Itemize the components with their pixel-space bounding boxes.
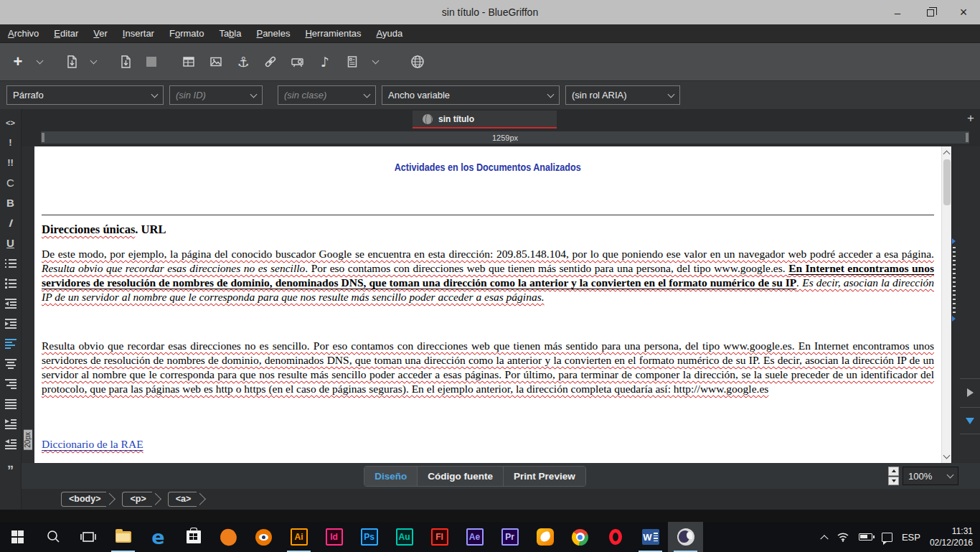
insert-table-button[interactable]: [181, 52, 197, 71]
menu-ver[interactable]: Ver: [93, 28, 108, 39]
paragraph-2[interactable]: Resulta obvio que recordar esas direccio…: [42, 339, 934, 396]
zoom-select[interactable]: 100%: [903, 467, 958, 485]
language-indicator[interactable]: ESP: [902, 532, 920, 543]
rae-dictionary-link[interactable]: Diccionario de la RAE: [42, 438, 143, 450]
edge-button[interactable]: e: [141, 522, 176, 552]
vertical-ruler[interactable]: 20px: [22, 146, 34, 463]
tab-codigo-fuente[interactable]: Código fuente: [418, 467, 504, 486]
browser-preview-button[interactable]: [410, 52, 425, 71]
direction-ltr-button[interactable]: [2, 416, 19, 431]
bluegriffon-taskbar-button[interactable]: [668, 522, 703, 552]
minimize-button[interactable]: –: [881, 0, 914, 24]
tab-print-preview[interactable]: Print Preview: [504, 467, 585, 486]
word-button[interactable]: W: [633, 522, 668, 552]
strong-emphasis-button[interactable]: !!: [2, 155, 19, 170]
menu-herramientas[interactable]: Herramientas: [305, 28, 361, 39]
indent-button[interactable]: [2, 316, 19, 331]
insert-link-button[interactable]: [263, 52, 278, 71]
new-document-button[interactable]: [64, 52, 80, 71]
class-select[interactable]: (sin clase): [278, 85, 376, 105]
breadcrumb-body[interactable]: <body>: [61, 492, 106, 507]
outdent-button[interactable]: [2, 296, 19, 311]
document-canvas[interactable]: Actividades en los Documentos Analizados…: [34, 146, 951, 463]
insert-anchor-button[interactable]: ⚓: [235, 52, 251, 71]
tab-diseno[interactable]: Diseño: [364, 467, 418, 486]
paragraph-1[interactable]: De este modo, por ejemplo, la página del…: [42, 247, 934, 304]
scroll-up-icon[interactable]: [943, 151, 951, 158]
block-format-select[interactable]: Párrafo: [6, 85, 164, 105]
chevron-down-icon[interactable]: [37, 57, 44, 65]
insert-image-button[interactable]: [208, 52, 224, 71]
align-right-button[interactable]: [2, 376, 19, 391]
direction-rtl-button[interactable]: [2, 436, 19, 452]
flash-button[interactable]: Fl: [422, 522, 457, 552]
add-element-button[interactable]: +: [10, 52, 26, 71]
indesign-button[interactable]: Id: [316, 522, 352, 552]
premiere-button[interactable]: Pr: [492, 522, 527, 552]
save-document-button[interactable]: [118, 52, 133, 71]
breadcrumb-a[interactable]: <a>: [168, 492, 197, 507]
bullet-list-button[interactable]: [2, 256, 19, 271]
breadcrumb-p[interactable]: <p>: [122, 492, 151, 507]
id-select[interactable]: (sin ID): [169, 85, 263, 105]
chrome-button[interactable]: [562, 522, 598, 552]
underline-button[interactable]: U: [2, 235, 19, 251]
zoom-decrease-button[interactable]: [888, 477, 899, 486]
task-view-button[interactable]: [70, 522, 105, 552]
insert-form-button[interactable]: [344, 52, 360, 71]
scroll-down-icon[interactable]: [943, 452, 951, 459]
panel-splitter-handle[interactable]: [953, 247, 956, 313]
width-select[interactable]: Ancho variable: [382, 85, 560, 105]
chevron-down-icon[interactable]: [372, 57, 380, 65]
new-tab-button[interactable]: +: [967, 111, 974, 126]
zoom-increase-button[interactable]: [888, 467, 899, 476]
align-center-button[interactable]: [2, 356, 19, 371]
splitter-arrow-icon[interactable]: [952, 316, 956, 322]
store-button[interactable]: [176, 522, 211, 552]
italic-button[interactable]: I: [1, 215, 20, 230]
scrollbar-thumb[interactable]: [943, 159, 951, 205]
opera-button[interactable]: [598, 522, 633, 552]
action-center-icon[interactable]: [882, 533, 892, 542]
numbered-list-button[interactable]: [2, 276, 19, 291]
bold-button[interactable]: B: [2, 195, 19, 210]
audition-button[interactable]: Au: [387, 522, 422, 552]
start-button[interactable]: [0, 522, 35, 552]
illustrator-button[interactable]: Ai: [281, 522, 316, 552]
document-title[interactable]: Actividades en los Documentos Analizados: [42, 161, 934, 173]
restore-button[interactable]: [914, 0, 947, 24]
align-left-button[interactable]: [2, 336, 19, 351]
tab-sin-titulo[interactable]: sin título: [413, 111, 557, 128]
after-effects-button[interactable]: Ae: [457, 522, 492, 552]
menu-insertar[interactable]: Insertar: [123, 28, 154, 39]
file-explorer-button[interactable]: [105, 522, 141, 552]
chevron-down-icon[interactable]: [90, 57, 98, 65]
blender-button[interactable]: [246, 522, 281, 552]
code-style-button[interactable]: C: [2, 175, 19, 190]
battery-icon[interactable]: [859, 533, 872, 541]
menu-paneles[interactable]: Paneles: [256, 28, 290, 39]
uc-browser-button[interactable]: [527, 522, 562, 552]
close-button[interactable]: ×: [947, 0, 980, 24]
wifi-icon[interactable]: [837, 532, 849, 542]
tray-expand-icon[interactable]: [820, 535, 828, 543]
taskbar-clock[interactable]: 11:31 02/12/2016: [930, 525, 973, 548]
document-heading[interactable]: Direcciones únicas. URL: [42, 223, 934, 237]
menu-archivo[interactable]: Archivo: [8, 28, 39, 39]
menu-ayuda[interactable]: Ayuda: [376, 28, 402, 39]
search-button[interactable]: [35, 522, 70, 552]
insert-video-button[interactable]: [290, 52, 306, 71]
source-markup-button[interactable]: <>: [2, 115, 19, 130]
splitter-arrow-icon[interactable]: [952, 238, 956, 244]
avast-button[interactable]: [211, 522, 246, 552]
menu-formato[interactable]: Formato: [169, 28, 204, 39]
aria-role-select[interactable]: (sin rol ARIA): [565, 85, 680, 105]
menu-editar[interactable]: Editar: [54, 28, 78, 39]
quote-button[interactable]: “: [2, 457, 19, 472]
insert-audio-button[interactable]: ♪: [317, 52, 333, 71]
horizontal-ruler[interactable]: 1259px: [41, 131, 969, 144]
emphasis-button[interactable]: !: [2, 135, 19, 150]
open-panel-button[interactable]: [960, 378, 980, 406]
photoshop-button[interactable]: Ps: [352, 522, 387, 552]
align-justify-button[interactable]: [2, 396, 19, 411]
